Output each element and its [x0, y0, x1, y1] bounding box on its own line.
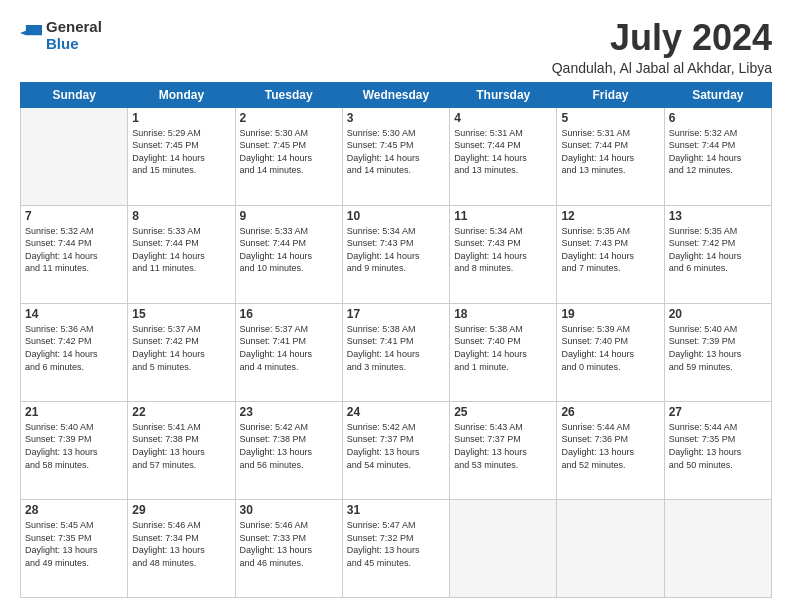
- calendar-cell: 19Sunrise: 5:39 AMSunset: 7:40 PMDayligh…: [557, 303, 664, 401]
- calendar-cell: 24Sunrise: 5:42 AMSunset: 7:37 PMDayligh…: [342, 401, 449, 499]
- calendar-cell: 18Sunrise: 5:38 AMSunset: 7:40 PMDayligh…: [450, 303, 557, 401]
- weekday-header: Saturday: [664, 82, 771, 107]
- calendar-cell: 11Sunrise: 5:34 AMSunset: 7:43 PMDayligh…: [450, 205, 557, 303]
- page: General Blue July 2024 Qandulah, Al Jaba…: [0, 0, 792, 612]
- day-number: 3: [347, 111, 445, 125]
- day-number: 1: [132, 111, 230, 125]
- day-number: 16: [240, 307, 338, 321]
- calendar-cell: 4Sunrise: 5:31 AMSunset: 7:44 PMDaylight…: [450, 107, 557, 205]
- day-info: Sunrise: 5:35 AMSunset: 7:42 PMDaylight:…: [669, 225, 767, 275]
- day-number: 7: [25, 209, 123, 223]
- calendar-cell: 14Sunrise: 5:36 AMSunset: 7:42 PMDayligh…: [21, 303, 128, 401]
- day-number: 5: [561, 111, 659, 125]
- calendar-week-row: 21Sunrise: 5:40 AMSunset: 7:39 PMDayligh…: [21, 401, 772, 499]
- day-number: 21: [25, 405, 123, 419]
- day-info: Sunrise: 5:44 AMSunset: 7:35 PMDaylight:…: [669, 421, 767, 471]
- calendar-cell: 6Sunrise: 5:32 AMSunset: 7:44 PMDaylight…: [664, 107, 771, 205]
- calendar-header-row: SundayMondayTuesdayWednesdayThursdayFrid…: [21, 82, 772, 107]
- day-info: Sunrise: 5:32 AMSunset: 7:44 PMDaylight:…: [669, 127, 767, 177]
- day-info: Sunrise: 5:33 AMSunset: 7:44 PMDaylight:…: [132, 225, 230, 275]
- day-info: Sunrise: 5:34 AMSunset: 7:43 PMDaylight:…: [347, 225, 445, 275]
- calendar-cell: 29Sunrise: 5:46 AMSunset: 7:34 PMDayligh…: [128, 499, 235, 597]
- calendar-cell: [557, 499, 664, 597]
- weekday-header: Thursday: [450, 82, 557, 107]
- day-info: Sunrise: 5:34 AMSunset: 7:43 PMDaylight:…: [454, 225, 552, 275]
- day-number: 20: [669, 307, 767, 321]
- day-number: 9: [240, 209, 338, 223]
- subtitle: Qandulah, Al Jabal al Akhdar, Libya: [552, 60, 772, 76]
- day-number: 8: [132, 209, 230, 223]
- day-info: Sunrise: 5:29 AMSunset: 7:45 PMDaylight:…: [132, 127, 230, 177]
- calendar-week-row: 28Sunrise: 5:45 AMSunset: 7:35 PMDayligh…: [21, 499, 772, 597]
- day-info: Sunrise: 5:42 AMSunset: 7:38 PMDaylight:…: [240, 421, 338, 471]
- day-info: Sunrise: 5:32 AMSunset: 7:44 PMDaylight:…: [25, 225, 123, 275]
- calendar-cell: 27Sunrise: 5:44 AMSunset: 7:35 PMDayligh…: [664, 401, 771, 499]
- calendar-cell: 20Sunrise: 5:40 AMSunset: 7:39 PMDayligh…: [664, 303, 771, 401]
- day-number: 26: [561, 405, 659, 419]
- day-info: Sunrise: 5:40 AMSunset: 7:39 PMDaylight:…: [669, 323, 767, 373]
- calendar-cell: [450, 499, 557, 597]
- calendar-cell: 26Sunrise: 5:44 AMSunset: 7:36 PMDayligh…: [557, 401, 664, 499]
- calendar-cell: 1Sunrise: 5:29 AMSunset: 7:45 PMDaylight…: [128, 107, 235, 205]
- calendar-cell: 28Sunrise: 5:45 AMSunset: 7:35 PMDayligh…: [21, 499, 128, 597]
- day-number: 2: [240, 111, 338, 125]
- day-info: Sunrise: 5:43 AMSunset: 7:37 PMDaylight:…: [454, 421, 552, 471]
- day-info: Sunrise: 5:46 AMSunset: 7:33 PMDaylight:…: [240, 519, 338, 569]
- calendar-cell: [21, 107, 128, 205]
- calendar-cell: 22Sunrise: 5:41 AMSunset: 7:38 PMDayligh…: [128, 401, 235, 499]
- calendar-cell: 7Sunrise: 5:32 AMSunset: 7:44 PMDaylight…: [21, 205, 128, 303]
- day-info: Sunrise: 5:30 AMSunset: 7:45 PMDaylight:…: [240, 127, 338, 177]
- day-info: Sunrise: 5:41 AMSunset: 7:38 PMDaylight:…: [132, 421, 230, 471]
- calendar-cell: 17Sunrise: 5:38 AMSunset: 7:41 PMDayligh…: [342, 303, 449, 401]
- day-number: 18: [454, 307, 552, 321]
- calendar-cell: 12Sunrise: 5:35 AMSunset: 7:43 PMDayligh…: [557, 205, 664, 303]
- logo-line1: General: [46, 18, 102, 35]
- calendar-table: SundayMondayTuesdayWednesdayThursdayFrid…: [20, 82, 772, 598]
- day-info: Sunrise: 5:46 AMSunset: 7:34 PMDaylight:…: [132, 519, 230, 569]
- day-info: Sunrise: 5:30 AMSunset: 7:45 PMDaylight:…: [347, 127, 445, 177]
- day-number: 14: [25, 307, 123, 321]
- day-number: 15: [132, 307, 230, 321]
- day-number: 4: [454, 111, 552, 125]
- logo-icon: [20, 24, 42, 42]
- day-info: Sunrise: 5:38 AMSunset: 7:41 PMDaylight:…: [347, 323, 445, 373]
- day-number: 31: [347, 503, 445, 517]
- day-info: Sunrise: 5:37 AMSunset: 7:41 PMDaylight:…: [240, 323, 338, 373]
- day-info: Sunrise: 5:44 AMSunset: 7:36 PMDaylight:…: [561, 421, 659, 471]
- calendar-cell: 9Sunrise: 5:33 AMSunset: 7:44 PMDaylight…: [235, 205, 342, 303]
- calendar-cell: 21Sunrise: 5:40 AMSunset: 7:39 PMDayligh…: [21, 401, 128, 499]
- day-info: Sunrise: 5:39 AMSunset: 7:40 PMDaylight:…: [561, 323, 659, 373]
- day-info: Sunrise: 5:31 AMSunset: 7:44 PMDaylight:…: [454, 127, 552, 177]
- day-info: Sunrise: 5:33 AMSunset: 7:44 PMDaylight:…: [240, 225, 338, 275]
- calendar-cell: [664, 499, 771, 597]
- day-info: Sunrise: 5:40 AMSunset: 7:39 PMDaylight:…: [25, 421, 123, 471]
- day-info: Sunrise: 5:37 AMSunset: 7:42 PMDaylight:…: [132, 323, 230, 373]
- weekday-header: Friday: [557, 82, 664, 107]
- weekday-header: Tuesday: [235, 82, 342, 107]
- day-number: 25: [454, 405, 552, 419]
- calendar-cell: 16Sunrise: 5:37 AMSunset: 7:41 PMDayligh…: [235, 303, 342, 401]
- day-info: Sunrise: 5:47 AMSunset: 7:32 PMDaylight:…: [347, 519, 445, 569]
- day-number: 24: [347, 405, 445, 419]
- day-number: 27: [669, 405, 767, 419]
- day-info: Sunrise: 5:36 AMSunset: 7:42 PMDaylight:…: [25, 323, 123, 373]
- calendar-cell: 2Sunrise: 5:30 AMSunset: 7:45 PMDaylight…: [235, 107, 342, 205]
- day-number: 11: [454, 209, 552, 223]
- calendar-cell: 5Sunrise: 5:31 AMSunset: 7:44 PMDaylight…: [557, 107, 664, 205]
- header: General Blue July 2024 Qandulah, Al Jaba…: [20, 18, 772, 76]
- calendar-cell: 10Sunrise: 5:34 AMSunset: 7:43 PMDayligh…: [342, 205, 449, 303]
- calendar-cell: 8Sunrise: 5:33 AMSunset: 7:44 PMDaylight…: [128, 205, 235, 303]
- calendar-cell: 30Sunrise: 5:46 AMSunset: 7:33 PMDayligh…: [235, 499, 342, 597]
- day-number: 29: [132, 503, 230, 517]
- day-number: 22: [132, 405, 230, 419]
- calendar-cell: 25Sunrise: 5:43 AMSunset: 7:37 PMDayligh…: [450, 401, 557, 499]
- day-number: 28: [25, 503, 123, 517]
- calendar-cell: 31Sunrise: 5:47 AMSunset: 7:32 PMDayligh…: [342, 499, 449, 597]
- day-number: 17: [347, 307, 445, 321]
- calendar-week-row: 7Sunrise: 5:32 AMSunset: 7:44 PMDaylight…: [21, 205, 772, 303]
- day-info: Sunrise: 5:31 AMSunset: 7:44 PMDaylight:…: [561, 127, 659, 177]
- day-number: 19: [561, 307, 659, 321]
- calendar-week-row: 1Sunrise: 5:29 AMSunset: 7:45 PMDaylight…: [21, 107, 772, 205]
- day-number: 10: [347, 209, 445, 223]
- weekday-header: Sunday: [21, 82, 128, 107]
